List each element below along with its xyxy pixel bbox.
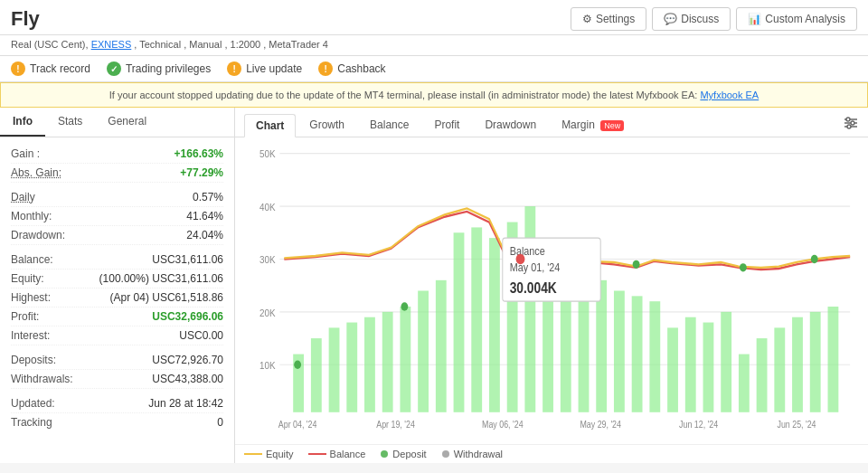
custom-analysis-button[interactable]: 📊 Custom Analysis bbox=[736, 7, 857, 31]
account-subtitle: Real (USC Cent), EXNESS , Technical , Ma… bbox=[0, 35, 868, 56]
chart-settings-button[interactable] bbox=[843, 115, 859, 135]
equity-row: Equity: (100.00%) USC31,611.06 bbox=[11, 270, 223, 289]
balance-legend-icon bbox=[308, 450, 326, 458]
page-title: Fly bbox=[11, 7, 40, 31]
drawdown-value: 24.04% bbox=[186, 229, 223, 241]
discuss-button[interactable]: 💬 Discuss bbox=[652, 7, 731, 31]
notice-link[interactable]: Myfxbook EA bbox=[700, 90, 759, 100]
interest-label: Interest: bbox=[11, 329, 50, 342]
withdrawal-legend: Withdrawal bbox=[441, 449, 503, 459]
info-section: Gain : +166.63% Abs. Gain: +77.29% Daily… bbox=[0, 137, 234, 439]
notice-bar: If your account stopped updating due to … bbox=[0, 82, 868, 108]
abs-gain-row: Abs. Gain: +77.29% bbox=[11, 164, 223, 183]
svg-text:Apr 04, '24: Apr 04, '24 bbox=[278, 420, 317, 430]
trading-privileges-label: Trading privileges bbox=[126, 62, 211, 75]
new-badge: New bbox=[600, 120, 624, 131]
settings-button[interactable]: ⚙ Settings bbox=[571, 7, 646, 31]
svg-text:50K: 50K bbox=[259, 148, 276, 160]
abs-gain-label: Abs. Gain: bbox=[11, 166, 61, 179]
monthly-row: Monthly: 41.64% bbox=[11, 207, 223, 226]
svg-rect-28 bbox=[400, 307, 410, 412]
gain-label: Gain : bbox=[11, 147, 40, 160]
svg-rect-48 bbox=[757, 338, 768, 412]
tracking-value: 0 bbox=[217, 416, 223, 429]
tab-profit[interactable]: Profit bbox=[422, 113, 471, 137]
settings-icon: ⚙ bbox=[582, 13, 592, 25]
svg-rect-32 bbox=[471, 227, 482, 412]
tracking-row: Tracking 0 bbox=[11, 413, 223, 431]
tab-growth[interactable]: Growth bbox=[297, 113, 356, 137]
discuss-label: Discuss bbox=[681, 13, 719, 25]
deposit-dot bbox=[294, 361, 301, 369]
withdrawal-legend-label: Withdrawal bbox=[454, 449, 503, 459]
svg-rect-44 bbox=[685, 317, 696, 412]
tab-drawdown[interactable]: Drawdown bbox=[473, 113, 548, 137]
header-buttons: ⚙ Settings 💬 Discuss 📊 Custom Analysis bbox=[571, 7, 857, 31]
withdrawals-label: Withdrawals: bbox=[11, 373, 73, 385]
chart-tabs: Chart Growth Balance Profit Drawdown Mar… bbox=[235, 108, 868, 137]
deposit-legend-label: Deposit bbox=[392, 449, 426, 459]
interest-row: Interest: USC0.00 bbox=[11, 326, 223, 345]
track-record-icon: ! bbox=[11, 61, 25, 76]
settings-label: Settings bbox=[596, 13, 635, 25]
svg-rect-47 bbox=[739, 355, 750, 412]
deposits-value: USC72,926.70 bbox=[152, 354, 223, 366]
gain-row: Gain : +166.63% bbox=[11, 145, 223, 164]
svg-text:Apr 19, '24: Apr 19, '24 bbox=[376, 420, 415, 430]
chart-area: 50K 40K 30K 20K 10K Apr 04, '24 Apr 19, … bbox=[235, 137, 868, 444]
tab-info[interactable]: Info bbox=[0, 108, 45, 137]
custom-analysis-label: Custom Analysis bbox=[765, 13, 845, 25]
balance-legend-label: Balance bbox=[330, 449, 366, 459]
svg-point-3 bbox=[846, 118, 850, 121]
svg-rect-24 bbox=[329, 327, 340, 412]
monthly-value: 41.64% bbox=[186, 210, 223, 222]
deposit-legend-icon bbox=[380, 449, 389, 459]
deposit-dot bbox=[633, 260, 640, 269]
svg-rect-52 bbox=[828, 307, 839, 412]
tab-margin[interactable]: Margin New bbox=[550, 113, 636, 137]
equity-legend: Equity bbox=[244, 449, 294, 459]
chart-svg: 50K 40K 30K 20K 10K Apr 04, '24 Apr 19, … bbox=[244, 143, 859, 439]
tab-general[interactable]: General bbox=[95, 108, 159, 137]
svg-rect-40 bbox=[614, 291, 625, 412]
deposit-dot bbox=[740, 263, 747, 271]
svg-text:May 01, '24: May 01, '24 bbox=[510, 261, 561, 275]
notice-text: If your account stopped updating due to … bbox=[109, 90, 701, 100]
svg-rect-45 bbox=[703, 323, 714, 412]
balance-row: Balance: USC31,611.06 bbox=[11, 251, 223, 270]
svg-text:30K: 30K bbox=[259, 253, 276, 265]
svg-rect-33 bbox=[489, 238, 500, 412]
tab-chart[interactable]: Chart bbox=[244, 114, 296, 137]
interest-value: USC0.00 bbox=[179, 329, 223, 342]
svg-text:Balance: Balance bbox=[510, 244, 546, 258]
live-update-item: ! Live update bbox=[227, 61, 302, 76]
svg-text:20K: 20K bbox=[259, 307, 276, 318]
withdrawals-row: Withdrawals: USC43,388.00 bbox=[11, 370, 223, 389]
tab-balance[interactable]: Balance bbox=[358, 113, 420, 137]
profit-label: Profit: bbox=[11, 310, 39, 323]
svg-rect-31 bbox=[454, 232, 465, 412]
svg-rect-46 bbox=[721, 312, 731, 412]
daily-label: Daily bbox=[11, 191, 35, 203]
broker-link[interactable]: EXNESS bbox=[91, 39, 132, 50]
svg-text:Jun 25, '24: Jun 25, '24 bbox=[777, 420, 816, 430]
tracking-label: Tracking bbox=[11, 416, 52, 429]
abs-gain-value: +77.29% bbox=[180, 166, 223, 179]
svg-text:Jun 12, '24: Jun 12, '24 bbox=[679, 420, 719, 430]
trading-privileges-icon: ✓ bbox=[107, 61, 121, 76]
svg-rect-49 bbox=[774, 327, 785, 412]
profit-value: USC32,696.06 bbox=[152, 310, 223, 323]
highest-row: Highest: (Apr 04) USC61,518.86 bbox=[11, 289, 223, 307]
custom-analysis-icon: 📊 bbox=[748, 13, 761, 25]
chart-container: 50K 40K 30K 20K 10K Apr 04, '24 Apr 19, … bbox=[244, 143, 859, 439]
highest-label: Highest: bbox=[11, 291, 51, 304]
balance-legend: Balance bbox=[308, 449, 366, 459]
live-update-label: Live update bbox=[246, 62, 302, 75]
equity-label: Equity: bbox=[11, 272, 44, 285]
tab-stats[interactable]: Stats bbox=[45, 108, 95, 137]
deposit-legend: Deposit bbox=[380, 449, 426, 459]
withdrawals-value: USC43,388.00 bbox=[152, 373, 223, 385]
updated-label: Updated: bbox=[11, 397, 55, 410]
balance-label: Balance: bbox=[11, 253, 53, 266]
withdrawal-legend-icon bbox=[441, 449, 450, 459]
